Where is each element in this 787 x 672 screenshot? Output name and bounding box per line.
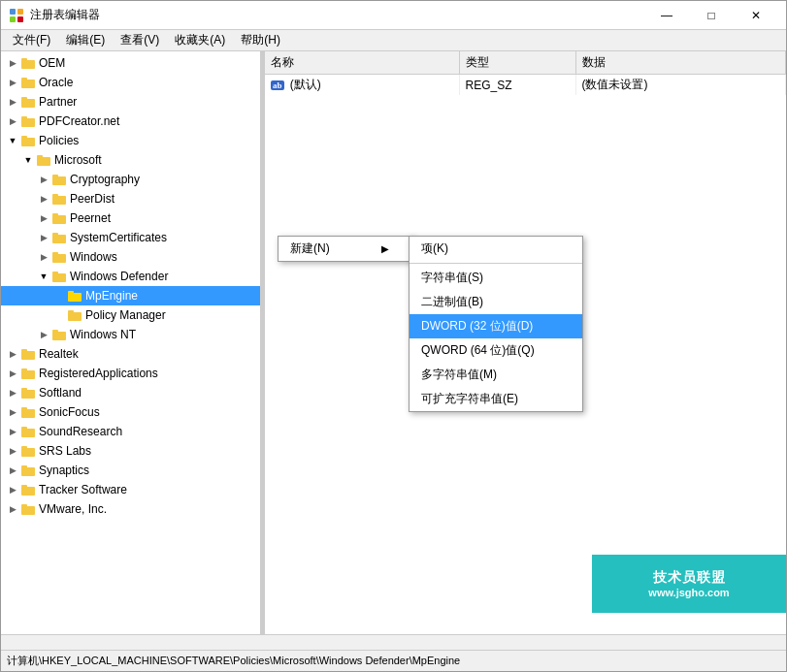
tree-item-windefender[interactable]: ▼ Windows Defender: [1, 267, 260, 286]
close-button[interactable]: ✕: [734, 1, 778, 30]
svg-rect-37: [21, 368, 27, 371]
expander-peerdist[interactable]: ▶: [36, 191, 51, 207]
submenu-item-string[interactable]: 字符串值(S): [410, 266, 582, 290]
expander-vmwareinc[interactable]: ▶: [5, 501, 20, 517]
svg-rect-38: [21, 390, 35, 399]
expander-partner[interactable]: ▶: [5, 94, 20, 110]
folder-icon-policies: [20, 133, 36, 148]
svg-rect-50: [21, 506, 35, 515]
tree-item-peernet[interactable]: ▶ Peernet: [1, 208, 260, 228]
submenu-item-multistring[interactable]: 多字符串值(M): [410, 363, 582, 387]
tree-label-oracle: Oracle: [39, 76, 73, 89]
expander-systemcerts[interactable]: ▶: [36, 230, 51, 245]
expander-cryptography[interactable]: ▶: [36, 172, 51, 187]
folder-icon-microsoft: [36, 152, 51, 168]
submenu-separator: [410, 263, 582, 264]
tree-item-oem[interactable]: ▶ OEM: [1, 53, 260, 73]
svg-rect-28: [68, 293, 82, 302]
folder-icon-srslabs: [20, 443, 36, 459]
expander-windefender[interactable]: ▼: [36, 269, 51, 284]
expander-pdfcreator[interactable]: ▶: [5, 113, 20, 129]
tree-item-sonicfocus[interactable]: ▶ SonicFocus: [1, 402, 260, 422]
svg-rect-31: [68, 310, 74, 313]
expander-realtek[interactable]: ▶: [5, 346, 20, 362]
folder-icon-realtek: [20, 346, 36, 362]
submenu-item-key[interactable]: 项(K): [410, 237, 582, 261]
svg-rect-42: [21, 429, 35, 437]
folder-icon-pdfcreator: [20, 113, 36, 129]
svg-rect-19: [52, 194, 58, 197]
tree-label-microsoft: Microsoft: [54, 153, 102, 167]
tree-item-vmwareinc[interactable]: ▶ VMware, Inc.: [1, 499, 260, 519]
tree-item-synaptics[interactable]: ▶ Synaptics: [1, 461, 260, 480]
tree-item-oracle[interactable]: ▶ Oracle: [1, 73, 260, 92]
expander-softland[interactable]: ▶: [5, 385, 20, 400]
expander-oracle[interactable]: ▶: [5, 75, 20, 90]
minimize-button[interactable]: —: [644, 1, 689, 30]
col-name[interactable]: 名称: [265, 51, 459, 75]
submenu-item-expandstring[interactable]: 可扩充字符串值(E): [410, 387, 582, 411]
expander-srslabs[interactable]: ▶: [5, 443, 20, 459]
expander-windowsnt[interactable]: ▶: [36, 327, 51, 342]
expander-sonicfocus[interactable]: ▶: [5, 404, 20, 420]
expander-mpengine[interactable]: [51, 288, 67, 304]
status-text: 计算机\HKEY_LOCAL_MACHINE\SOFTWARE\Policies…: [7, 654, 460, 668]
tree-label-regapps: RegisteredApplications: [39, 367, 158, 380]
submenu-item-qword[interactable]: QWORD (64 位)值(Q): [410, 338, 582, 363]
submenu-label-key: 项(K): [421, 240, 448, 257]
submenu-label-qword: QWORD (64 位)值(Q): [421, 342, 535, 359]
col-data[interactable]: 数据: [575, 51, 786, 75]
tree-item-mpengine[interactable]: MpEngine: [1, 286, 260, 305]
tree-item-srslabs[interactable]: ▶ SRS Labs: [1, 441, 260, 461]
expander-microsoft[interactable]: ▼: [20, 152, 36, 168]
tree-item-softland[interactable]: ▶ Softland: [1, 383, 260, 402]
expander-windows[interactable]: ▶: [36, 249, 51, 265]
folder-icon-oem: [20, 55, 36, 71]
tree-item-peerdist[interactable]: ▶ PeerDist: [1, 189, 260, 208]
expander-regapps[interactable]: ▶: [5, 366, 20, 381]
menu-favorites[interactable]: 收藏夹(A): [167, 30, 233, 50]
svg-rect-8: [21, 99, 35, 108]
expander-synaptics[interactable]: ▶: [5, 463, 20, 478]
context-arrow: ▶: [381, 243, 389, 254]
expander-oem[interactable]: ▶: [5, 55, 20, 71]
menu-view[interactable]: 查看(V): [113, 30, 167, 50]
tree-item-realtek[interactable]: ▶ Realtek: [1, 344, 260, 364]
tree-item-policies[interactable]: ▼ Policies: [1, 131, 260, 150]
folder-icon-regapps: [20, 366, 36, 381]
horizontal-scrollbar[interactable]: [1, 634, 786, 650]
menu-file[interactable]: 文件(F): [5, 30, 58, 50]
tree-item-partner[interactable]: ▶ Partner: [1, 92, 260, 112]
svg-rect-21: [52, 213, 58, 216]
expander-trackersoftware[interactable]: ▶: [5, 482, 20, 497]
table-row[interactable]: ab (默认) REG_SZ (数值未设置): [265, 75, 786, 96]
tree-item-windowsnt[interactable]: ▶ Windows NT: [1, 325, 260, 344]
tree-item-regapps[interactable]: ▶ RegisteredApplications: [1, 364, 260, 383]
menu-help[interactable]: 帮助(H): [233, 30, 288, 50]
menu-edit[interactable]: 编辑(E): [58, 30, 113, 50]
tree-item-cryptography[interactable]: ▶ Cryptography: [1, 170, 260, 189]
tree-item-pdfcreator[interactable]: ▶ PDFCreator.net: [1, 112, 260, 131]
folder-icon-windefender: [51, 269, 67, 284]
context-menu-item-new[interactable]: 新建(N) ▶: [279, 237, 412, 261]
expander-soundresearch[interactable]: ▶: [5, 424, 20, 439]
maximize-button[interactable]: □: [689, 1, 734, 30]
submenu-item-dword[interactable]: DWORD (32 位)值(D): [410, 314, 582, 338]
window-controls: — □ ✕: [644, 1, 778, 30]
svg-rect-47: [21, 465, 27, 468]
tree-item-microsoft[interactable]: ▼ Microsoft: [1, 150, 260, 170]
submenu-item-binary[interactable]: 二进制值(B): [410, 290, 582, 314]
expander-policies[interactable]: ▼: [5, 133, 20, 148]
col-type[interactable]: 类型: [459, 51, 575, 75]
tree-item-windows[interactable]: ▶ Windows: [1, 247, 260, 267]
folder-icon-partner: [20, 94, 36, 110]
expander-peernet[interactable]: ▶: [36, 210, 51, 226]
tree-item-soundresearch[interactable]: ▶ SoundResearch: [1, 422, 260, 441]
tree-item-policymanager[interactable]: Policy Manager: [1, 305, 260, 325]
tree-pane[interactable]: ▶ OEM ▶ Oracle ▶: [1, 51, 261, 634]
svg-rect-26: [52, 273, 66, 282]
tree-item-trackersoftware[interactable]: ▶ Tracker Software: [1, 480, 260, 499]
tree-item-systemcerts[interactable]: ▶ SystemCertificates: [1, 228, 260, 247]
expander-policymanager[interactable]: [51, 307, 67, 323]
svg-rect-24: [52, 254, 66, 263]
